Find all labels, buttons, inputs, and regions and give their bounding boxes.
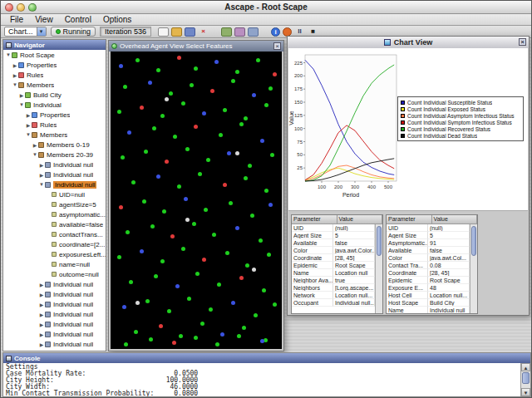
tree-node[interactable]: ▶Individual null [3, 309, 106, 319]
scroll-thumb[interactable] [522, 372, 530, 384]
stop-icon[interactable]: ■ [308, 27, 318, 37]
chevron-right-icon[interactable]: ▶ [18, 92, 25, 98]
tree-node[interactable]: UID=null [3, 189, 106, 199]
table-row[interactable]: Coordinate[28, 45] [292, 254, 375, 262]
agent-view-close-icon[interactable]: × [273, 42, 281, 50]
table-header-cell[interactable]: Value [432, 215, 478, 224]
tree-node[interactable]: ▼Individual null [3, 179, 106, 189]
menu-view[interactable]: View [29, 15, 59, 24]
chevron-right-icon[interactable]: ▶ [38, 341, 45, 347]
scroll-thumb[interactable] [471, 226, 476, 256]
tree-node[interactable]: name=null [3, 259, 106, 269]
tree-node[interactable]: asymptomatic... [3, 209, 106, 219]
delete-icon[interactable]: × [198, 27, 209, 37]
table-header-cell[interactable]: Parameter [292, 215, 337, 224]
agent-canvas[interactable] [111, 52, 282, 349]
tree-node[interactable]: ▶Individual null [3, 289, 106, 299]
chevron-right-icon[interactable]: ▶ [25, 112, 32, 118]
zoom-button[interactable] [28, 3, 37, 12]
table-row[interactable]: NameIndividual null [387, 307, 470, 313]
table-row[interactable]: Neighbor Ava...true [292, 277, 375, 284]
tree-node[interactable]: ▶Rules [3, 70, 106, 80]
table-row[interactable]: Host ScapeBuild City [387, 299, 470, 307]
table-row[interactable]: Contact Tra...0.08 [387, 262, 470, 269]
tree-node[interactable]: ▶Individual null [3, 329, 106, 339]
table-row[interactable]: NameLocation null [292, 269, 375, 277]
pause-icon[interactable]: II [294, 27, 305, 37]
table-row[interactable]: Asymptomatic...91 [387, 239, 470, 247]
chevron-down-icon[interactable]: ▼ [18, 102, 25, 107]
table-header-cell[interactable]: Parameter [387, 215, 432, 224]
chevron-down-icon[interactable]: ▼ [5, 52, 12, 57]
tree-node[interactable]: outcome=null [3, 269, 106, 279]
scroll-up-icon[interactable]: ▲ [521, 363, 530, 371]
info-icon[interactable]: i [271, 27, 280, 37]
table-row[interactable]: Availablefalse [292, 239, 375, 247]
console-header[interactable]: Console [3, 353, 530, 363]
chevron-right-icon[interactable]: ▶ [12, 62, 18, 68]
chart-dropdown[interactable]: Chart... ▾ [4, 27, 47, 37]
chevron-right-icon[interactable]: ▶ [38, 292, 45, 297]
tree-node[interactable]: ▶Rules [3, 120, 106, 130]
chart-view-close-icon[interactable]: × [519, 38, 526, 46]
tree-node[interactable]: ▶Properties [3, 110, 106, 120]
tree-node[interactable]: ▶Individual null [3, 279, 106, 289]
chevron-right-icon[interactable]: ▶ [38, 302, 45, 307]
tree-node[interactable]: ▼Root Scape [3, 50, 106, 60]
table-scrollbar[interactable] [470, 224, 477, 313]
tree-node[interactable]: exposuresLeft... [3, 249, 106, 259]
tree-node[interactable]: agentSize=5 [3, 199, 106, 209]
tree-node[interactable]: ▶Individual null [3, 170, 106, 179]
table-row[interactable]: Agent Size5 [292, 232, 375, 239]
table-row[interactable]: Colorjava.awt.Color... [292, 247, 375, 254]
table-header-cell[interactable]: Value [337, 215, 383, 224]
table-row[interactable]: Coordinate[28, 45] [387, 269, 470, 277]
chevron-right-icon[interactable]: ▶ [38, 332, 45, 337]
chevron-down-icon[interactable]: ▼ [32, 152, 38, 157]
tree-node[interactable]: ▶Individual null [3, 160, 106, 170]
chevron-right-icon[interactable]: ▶ [38, 162, 45, 168]
chevron-down-icon[interactable]: ▼ [25, 132, 32, 137]
new-document-icon[interactable] [158, 27, 169, 37]
data-view-icon[interactable] [248, 27, 259, 37]
scroll-thumb[interactable] [377, 226, 382, 256]
chevron-right-icon[interactable]: ▶ [25, 122, 32, 128]
tree-node[interactable]: contactTrans... [3, 229, 106, 239]
chevron-right-icon[interactable]: ▶ [38, 282, 45, 287]
table-row[interactable]: EpidemicRoot Scape [387, 277, 470, 284]
chevron-right-icon[interactable]: ▶ [12, 72, 18, 78]
table-row[interactable]: NetworkLocation null... [292, 292, 375, 299]
table-row[interactable]: Neighbors[Lorg.ascape... [292, 284, 375, 292]
chevron-right-icon[interactable]: ▶ [32, 142, 38, 148]
tree-node[interactable]: ▶Build City [3, 90, 106, 100]
tree-node[interactable]: ▼Members [3, 130, 106, 140]
save-icon[interactable] [185, 27, 195, 37]
tree-node[interactable]: coordinate=[2... [3, 239, 106, 249]
running-button[interactable]: Running [51, 27, 96, 37]
open-folder-icon[interactable] [171, 27, 182, 37]
tree-node[interactable]: ▶Individual null [3, 299, 106, 309]
chevron-down-icon[interactable]: ▼ [38, 182, 45, 187]
close-button[interactable] [5, 3, 13, 12]
menu-control[interactable]: Control [59, 15, 97, 24]
chevron-right-icon[interactable]: ▶ [38, 172, 45, 178]
table-row[interactable]: Agent Size5 [387, 232, 470, 239]
console-scrollbar[interactable]: ▲ ▼ [520, 363, 530, 396]
chevron-right-icon[interactable]: ▶ [38, 322, 45, 327]
scroll-down-icon[interactable]: ▼ [521, 388, 530, 396]
table-scrollbar[interactable] [375, 224, 382, 313]
menu-file[interactable]: File [4, 15, 29, 24]
tree-node[interactable]: ▼Members [3, 80, 106, 90]
tree-node[interactable]: ▼Members 20-39 [3, 150, 106, 160]
table-row[interactable]: UID(null) [292, 224, 375, 232]
minimize-button[interactable] [17, 3, 25, 12]
table-row[interactable]: Exposure E...48 [387, 284, 470, 292]
tree-node[interactable]: ▶Members 0-19 [3, 140, 106, 150]
chart-view-titlebar[interactable]: Chart View × [288, 37, 529, 48]
tree-node[interactable]: ▶Individual null [3, 339, 106, 349]
tree-node[interactable]: ▶Individual null [3, 319, 106, 329]
table-row[interactable]: Availablefalse [387, 247, 470, 254]
agent-view-titlebar[interactable]: Overhead Agent View Select Features × [109, 41, 283, 52]
chevron-down-icon[interactable]: ▼ [12, 82, 18, 87]
console-output[interactable]: SettingsCase Mortality Rate: 0.0500City … [3, 363, 520, 396]
